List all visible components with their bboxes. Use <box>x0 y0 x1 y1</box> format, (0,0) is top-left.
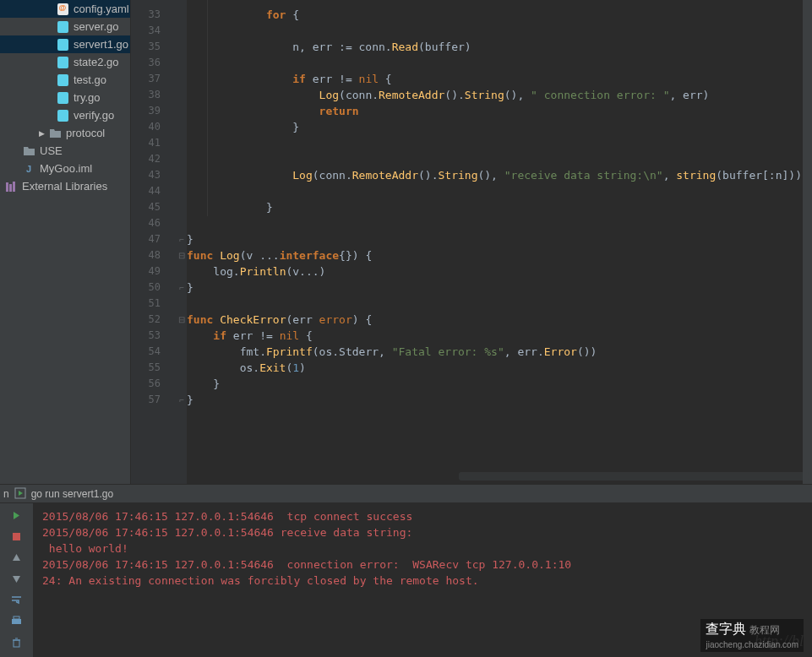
line-number[interactable]: 57 <box>131 392 176 408</box>
console-output[interactable]: 2015/08/06 17:46:15 127.0.0.1:54646 tcp … <box>34 503 812 657</box>
code-line[interactable]: } <box>187 376 802 392</box>
code-line[interactable]: } <box>187 119 802 135</box>
fold-marker[interactable] <box>177 103 187 119</box>
code-line[interactable] <box>187 55 802 71</box>
soft-wrap-button[interactable] <box>9 593 24 607</box>
fold-marker[interactable] <box>177 7 187 23</box>
code-line[interactable]: if err != nil { <box>187 328 802 344</box>
code-line[interactable]: Log(conn.RemoteAddr().String(), " connec… <box>187 87 802 103</box>
fold-marker[interactable] <box>177 135 187 151</box>
code-line[interactable]: fmt.Fprintf(os.Stderr, "Fatal error: %s"… <box>187 344 802 360</box>
down-button[interactable] <box>9 572 24 586</box>
tree-item-External Libraries[interactable]: External Libraries <box>0 177 130 195</box>
fold-marker[interactable]: ⊟ <box>177 247 187 263</box>
fold-column[interactable]: ⌐⊟⌐⊟⌐ <box>177 0 187 484</box>
fold-marker[interactable] <box>177 376 187 392</box>
fold-marker[interactable] <box>177 151 187 167</box>
code-line[interactable] <box>187 151 802 167</box>
fold-marker[interactable] <box>177 71 187 87</box>
line-number[interactable]: 46 <box>131 215 176 231</box>
line-number[interactable]: 41 <box>131 135 176 151</box>
project-tree[interactable]: @config.yamlserver.goservert1.gostate2.g… <box>0 0 131 484</box>
tree-item-config-yaml[interactable]: @config.yaml <box>0 0 130 18</box>
tree-item-protocol[interactable]: ▶protocol <box>0 124 130 142</box>
code-line[interactable]: os.Exit(1) <box>187 360 802 376</box>
fold-marker[interactable]: ⌐ <box>177 392 187 408</box>
rerun-button[interactable] <box>9 508 24 523</box>
fold-marker[interactable] <box>177 328 187 344</box>
fold-marker[interactable] <box>177 23 187 39</box>
code-line[interactable]: } <box>187 231 802 247</box>
code-line[interactable]: } <box>187 280 802 296</box>
line-number[interactable]: 48 <box>131 247 176 263</box>
line-number[interactable]: 34 <box>131 23 176 39</box>
line-number[interactable]: 50 <box>131 280 176 296</box>
line-number[interactable]: 47 <box>131 231 176 247</box>
fold-marker[interactable] <box>177 55 187 71</box>
line-number[interactable]: 38 <box>131 87 176 103</box>
editor-area[interactable]: 3334353637383940414243444546474849505152… <box>131 0 812 484</box>
tree-item-state2-go[interactable]: state2.go <box>0 53 130 71</box>
fold-marker[interactable] <box>177 360 187 376</box>
line-number[interactable]: 55 <box>131 360 176 376</box>
line-number[interactable]: 40 <box>131 119 176 135</box>
code-line[interactable]: for { <box>187 7 802 23</box>
code-line[interactable] <box>187 296 802 312</box>
clear-button[interactable] <box>9 635 24 649</box>
run-config-label[interactable]: go run servert1.go <box>31 488 113 500</box>
fold-marker[interactable] <box>177 119 187 135</box>
code-line[interactable]: Log(conn.RemoteAddr().String(), "receive… <box>187 167 802 183</box>
code-line[interactable] <box>187 183 802 199</box>
line-number[interactable]: 49 <box>131 263 176 280</box>
tree-item-USE[interactable]: USE <box>0 142 130 160</box>
code-line[interactable]: n, err := conn.Read(buffer) <box>187 39 802 55</box>
line-number[interactable]: 39 <box>131 103 176 119</box>
fold-marker[interactable]: ⌐ <box>177 280 187 296</box>
code-line[interactable] <box>187 215 802 231</box>
tree-item-servert1-go[interactable]: servert1.go <box>0 35 130 53</box>
fold-marker[interactable] <box>177 39 187 55</box>
tree-item-test-go[interactable]: test.go <box>0 71 130 89</box>
fold-marker[interactable] <box>177 344 187 360</box>
tree-item-server-go[interactable]: server.go <box>0 18 130 35</box>
fold-marker[interactable] <box>177 183 187 199</box>
fold-marker[interactable] <box>177 263 187 280</box>
code-line[interactable]: func Log(v ...interface{}) { <box>187 247 802 263</box>
line-number[interactable]: 36 <box>131 55 176 71</box>
code-line[interactable]: } <box>187 392 802 408</box>
code-line[interactable]: log.Println(v...) <box>187 263 802 280</box>
line-number[interactable]: 51 <box>131 296 176 312</box>
fold-marker[interactable] <box>177 87 187 103</box>
line-number[interactable]: 44 <box>131 183 176 199</box>
print-button[interactable] <box>9 614 24 628</box>
code-line[interactable]: return <box>187 103 802 119</box>
tree-item-verify-go[interactable]: verify.go <box>0 106 130 124</box>
horizontal-scrollbar[interactable] <box>459 472 809 481</box>
code-line[interactable] <box>187 23 802 39</box>
code-area[interactable]: for { n, err := conn.Read(buffer) if err… <box>187 0 802 484</box>
line-number[interactable]: 53 <box>131 328 176 344</box>
fold-marker[interactable]: ⊟ <box>177 312 187 328</box>
fold-marker[interactable]: ⌐ <box>177 231 187 247</box>
code-line[interactable]: func CheckError(err error) { <box>187 312 802 328</box>
run-tab-bar[interactable]: n go run servert1.go <box>0 484 812 503</box>
fold-marker[interactable] <box>177 199 187 215</box>
code-line[interactable]: } <box>187 199 802 215</box>
stop-button[interactable] <box>9 529 24 544</box>
line-number[interactable]: 33 <box>131 7 176 23</box>
line-number[interactable]: 56 <box>131 376 176 392</box>
line-number[interactable]: 45 <box>131 199 176 215</box>
fold-marker[interactable] <box>177 167 187 183</box>
up-button[interactable] <box>9 551 24 565</box>
error-stripe[interactable] <box>802 0 812 484</box>
line-number[interactable]: 52 <box>131 312 176 328</box>
tree-item-MyGoo-iml[interactable]: JMyGoo.iml <box>0 160 130 177</box>
code-line[interactable]: if err != nil { <box>187 71 802 87</box>
line-number[interactable]: 43 <box>131 167 176 183</box>
line-number[interactable]: 35 <box>131 39 176 55</box>
line-number[interactable]: 54 <box>131 344 176 360</box>
fold-marker[interactable] <box>177 215 187 231</box>
tree-item-try-go[interactable]: try.go <box>0 89 130 106</box>
expand-arrow-icon[interactable]: ▶ <box>39 129 45 138</box>
fold-marker[interactable] <box>177 296 187 312</box>
